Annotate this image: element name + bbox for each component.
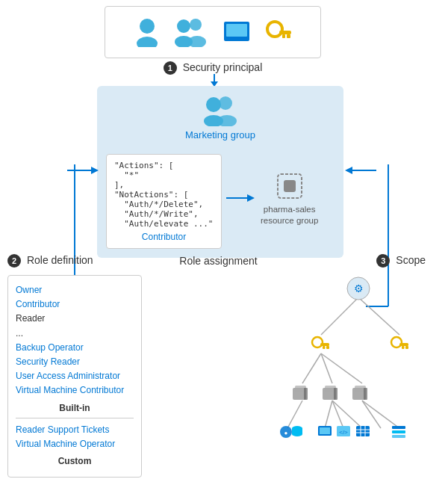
svg-rect-66 — [320, 427, 330, 434]
svg-rect-11 — [282, 34, 285, 38]
role-vm-operator: Virtual Machine Operator — [16, 437, 134, 451]
role-definition-label: 2 Role definition — [7, 254, 146, 268]
svg-rect-76 — [392, 435, 405, 438]
svg-line-30 — [321, 297, 358, 335]
step2-num: 2 — [7, 254, 21, 268]
role-reader: Reader — [16, 312, 134, 326]
contributor-label: Contributor — [114, 232, 214, 242]
group-icon — [173, 17, 209, 47]
svg-point-43 — [312, 337, 323, 347]
screen-icon — [223, 20, 251, 44]
step3-num: 3 — [376, 254, 390, 268]
role-vm-contributor: Virtual Machine Contributor — [16, 383, 134, 398]
arrow-left-to-pharma — [226, 192, 256, 204]
role-def-code-box: "Actions": [ "*" ], "NotActions": [ "Aut… — [106, 154, 222, 249]
svg-rect-49 — [405, 346, 408, 349]
svg-point-14 — [206, 97, 221, 112]
svg-point-64 — [292, 432, 302, 436]
ra-row: "Actions": [ "*" ], "NotActions": [ "Aut… — [106, 146, 335, 249]
svg-point-1 — [137, 37, 158, 47]
svg-rect-74 — [392, 426, 405, 429]
svg-rect-50 — [402, 346, 405, 349]
svg-marker-19 — [247, 194, 255, 202]
security-principal-text: Security principal — [183, 61, 263, 73]
pharma-sales-label: pharma-salesresource group — [261, 204, 318, 226]
person-icon — [134, 17, 160, 47]
resource-group-icon — [273, 170, 306, 203]
role-def-code: "Actions": [ "*" ], "NotActions": [ "Aut… — [114, 161, 214, 229]
key-icon — [264, 19, 291, 46]
svg-marker-23 — [91, 167, 99, 174]
svg-rect-56 — [334, 388, 337, 400]
section-labels: 2 Role definition Role assignment 3 Scop… — [7, 254, 441, 268]
svg-point-0 — [140, 19, 155, 34]
svg-rect-75 — [392, 430, 405, 433]
svg-rect-45 — [326, 346, 329, 349]
svg-rect-44 — [320, 343, 329, 346]
role-reader-support: Reader Support Tickets — [16, 423, 134, 437]
svg-line-38 — [332, 401, 362, 428]
role-contributor: Contributor — [16, 297, 134, 312]
svg-line-36 — [325, 401, 332, 428]
svg-text:</>: </> — [339, 429, 348, 436]
svg-point-5 — [188, 36, 206, 47]
svg-line-31 — [358, 297, 399, 335]
roles-box: Owner Contributor Reader ... Backup Oper… — [7, 275, 142, 478]
svg-rect-59 — [364, 388, 367, 400]
marketing-group-label: Marketing group — [185, 129, 255, 140]
svg-rect-48 — [399, 343, 408, 346]
role-backup-operator: Backup Operator — [16, 341, 134, 355]
svg-line-37 — [332, 401, 343, 428]
svg-point-47 — [391, 337, 402, 347]
svg-text:⚙: ⚙ — [354, 282, 364, 294]
security-principal-box — [105, 6, 321, 58]
svg-rect-21 — [284, 180, 296, 192]
roles-divider — [16, 418, 134, 418]
svg-marker-27 — [345, 167, 352, 174]
pharma-sales-group: pharma-salesresource group — [261, 170, 318, 226]
role-assignment-label: Role assignment — [146, 255, 291, 267]
role-security-reader: Security Reader — [16, 355, 134, 369]
svg-line-35 — [287, 401, 302, 428]
svg-rect-10 — [287, 34, 290, 38]
role-dots: ... — [16, 327, 134, 341]
scope-text: Scope — [396, 254, 426, 266]
diagram-container: 1 Security principal Marketing group "Ac… — [0, 0, 448, 482]
svg-rect-7 — [226, 24, 247, 37]
scope-tree-svg: ⚙ — [280, 275, 437, 469]
step1-num: 1 — [164, 61, 177, 75]
role-assignment-area: Marketing group "Actions": [ "*" ], "Not… — [97, 86, 343, 258]
role-assignment-text: Role assignment — [179, 255, 257, 267]
security-principal-label: 1 Security principal — [105, 61, 321, 75]
svg-rect-9 — [279, 31, 291, 34]
scope-tree: ⚙ — [276, 275, 441, 469]
svg-rect-69 — [356, 426, 370, 436]
svg-point-8 — [267, 22, 282, 37]
svg-line-32 — [302, 353, 321, 383]
svg-line-40 — [362, 401, 399, 428]
marketing-group-icon — [201, 95, 240, 126]
svg-text:●: ● — [284, 430, 288, 436]
svg-rect-53 — [304, 388, 308, 400]
svg-line-39 — [362, 401, 381, 428]
builtin-title: Built-in — [16, 403, 134, 413]
svg-point-4 — [190, 19, 202, 31]
svg-point-16 — [219, 96, 232, 110]
scope-label: 3 Scope — [291, 254, 441, 268]
svg-point-2 — [177, 19, 190, 33]
custom-title: Custom — [16, 456, 134, 466]
svg-rect-46 — [323, 346, 326, 349]
role-definition-text: Role definition — [27, 254, 93, 266]
role-user-access-admin: User Access Administrator — [16, 369, 134, 383]
role-owner: Owner — [16, 283, 134, 297]
